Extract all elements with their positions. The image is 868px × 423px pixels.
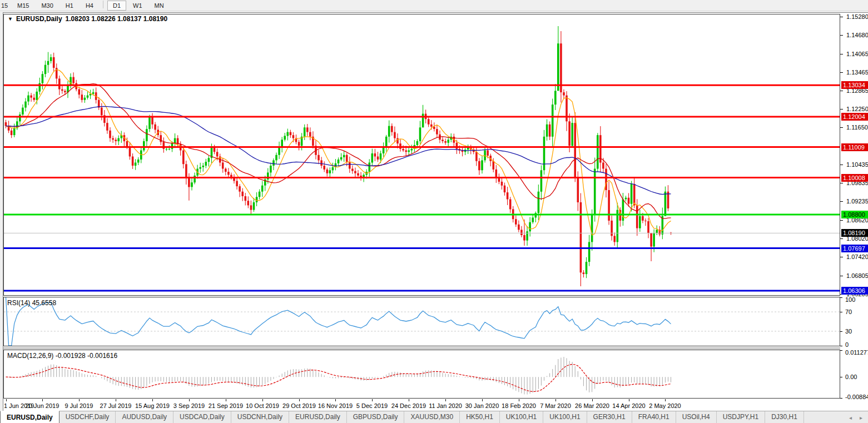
chart-tab-hk50-h1[interactable]: HK50,H1 [460, 411, 500, 423]
price-tick-mark [840, 72, 843, 73]
chart-tabs: EURUSD,DailyUSDCHF,DailyAUDUSD,DailyUSDC… [0, 411, 804, 423]
time-tick-mark [79, 399, 80, 401]
time-tick-mark [152, 399, 153, 401]
price-level-badge: 1.12004 [841, 113, 868, 121]
time-tick-label: 20 Jun 2019 [22, 402, 63, 409]
chart-tab-eurusd-daily[interactable]: EURUSD,Daily [0, 411, 59, 423]
rsi-tick-mark [840, 331, 842, 332]
macd-tick-mark [840, 398, 842, 399]
chart-tab-usoil-h4[interactable]: USOil,H4 [676, 411, 717, 423]
chart-tab-uk100-h1[interactable]: UK100,H1 [500, 411, 543, 423]
macd-panel[interactable]: MACD(12,26,9) -0.001928 -0.001616 [3, 350, 840, 399]
time-tick-label: 18 Feb 2020 [498, 402, 539, 409]
rsi-tick-mark [840, 312, 842, 312]
time-tick-mark [592, 399, 593, 401]
chart-tab-xauusd-m30[interactable]: XAUUSD,M30 [404, 411, 460, 423]
chart-title: ▼ EURUSD,Daily 1.08203 1.08226 1.08137 1… [8, 15, 167, 23]
chart-window: ▼ EURUSD,Daily 1.08203 1.08226 1.08137 1… [3, 12, 868, 411]
price-tick-mark [840, 91, 843, 91]
price-tick-mark [840, 35, 843, 36]
chart-tab-usdcnh-daily[interactable]: USDCNH,Daily [231, 411, 289, 423]
rsi-tick-mark [840, 346, 842, 346]
rsi-axis-label: 70 [845, 308, 852, 315]
price-tick-mark [840, 165, 843, 165]
time-tick-mark [226, 399, 226, 401]
price-chart-panel[interactable] [3, 14, 840, 296]
time-tick-label: 16 Nov 2019 [315, 402, 356, 409]
time-tick-mark [372, 399, 373, 401]
chart-tab-dj30-h1[interactable]: DJ30,H1 [765, 411, 804, 423]
price-level-badge: 1.10008 [841, 174, 868, 182]
timeframe-button-h4[interactable]: H4 [80, 1, 99, 11]
price-tick-mark [840, 201, 843, 202]
chart-tab-eurusd-daily[interactable]: EURUSD,Daily [289, 411, 347, 423]
timeframe-button-w1[interactable]: W1 [127, 1, 148, 11]
macd-label: MACD(12,26,9) -0.001928 -0.001616 [7, 352, 117, 360]
price-tick-label: 1.07420 [846, 253, 868, 260]
price-level-badge: 1.06306 [841, 287, 868, 295]
price-tick-label: 1.12250 [846, 106, 868, 112]
price-tick-mark [840, 54, 843, 54]
time-tick-label: 14 Apr 2020 [608, 402, 649, 409]
time-tick-mark [299, 399, 300, 401]
chart-tab-fra40-h1[interactable]: FRA40,H1 [632, 411, 676, 423]
tab-scroll-left-icon[interactable]: ◂ [849, 415, 852, 421]
timeframe-button-h1[interactable]: H1 [60, 1, 79, 11]
timeframe-toolbar: 15 M15M30H1H4D1W1MN [0, 0, 868, 11]
time-tick-label: 27 Jul 2019 [95, 402, 136, 409]
price-tick-mark [840, 220, 843, 221]
rsi-label: RSI(14) 45.6558 [7, 299, 56, 307]
tab-scroll-right-icon[interactable]: ▸ [860, 415, 862, 421]
macd-axis-label: 0.011277 [845, 349, 868, 356]
time-tick-label: 26 Mar 2020 [572, 402, 613, 409]
chart-tab-usdcad-daily[interactable]: USDCAD,Daily [173, 411, 231, 423]
time-tick-mark [42, 399, 43, 401]
price-tick-mark [840, 127, 843, 128]
chevron-down-icon[interactable]: ▼ [8, 16, 13, 22]
chart-tab-ger30-h1[interactable]: GER30,H1 [587, 411, 632, 423]
time-tick-label: 29 Oct 2019 [279, 402, 320, 409]
chart-tab-usdjpy-h1[interactable]: USDJPY,H1 [717, 411, 765, 423]
time-tick-mark [482, 399, 483, 401]
timeframe-button-mn[interactable]: MN [149, 1, 170, 11]
price-level-badge: 1.13034 [841, 81, 868, 89]
price-tick-mark [840, 17, 843, 17]
rsi-panel[interactable]: RSI(14) 45.6558 [3, 297, 840, 346]
chart-tab-uk100-h1[interactable]: UK100,H1 [543, 411, 587, 423]
price-axis: 1.152801.146801.140651.134651.128651.122… [840, 13, 868, 399]
macd-tick-mark [840, 377, 842, 377]
timeframe-button-d1[interactable]: D1 [107, 1, 126, 11]
price-tick-label: 1.11650 [846, 124, 868, 131]
time-tick-mark [262, 399, 263, 401]
time-tick-mark [6, 399, 7, 401]
time-tick-mark [519, 399, 519, 401]
price-tick-mark [840, 257, 843, 257]
chart-tab-gbpusd-daily[interactable]: GBPUSD,Daily [347, 411, 405, 423]
time-tick-mark [335, 399, 336, 401]
timeframe-button-m30[interactable]: M30 [36, 1, 58, 11]
chart-tab-audusd-daily[interactable]: AUDUSD,Daily [116, 411, 173, 423]
time-tick-label: 24 Dec 2019 [388, 402, 429, 409]
time-tick-mark [189, 399, 190, 401]
time-tick-mark [445, 399, 446, 401]
timeframe-buttons: M15M30H1H4D1W1MN [11, 1, 170, 11]
macd-tick-mark [840, 350, 842, 351]
time-tick-mark [409, 399, 409, 401]
time-tick-label: 9 Jul 2019 [58, 402, 100, 409]
price-tick-label: 1.13465 [846, 69, 868, 76]
rsi-tick-mark [840, 297, 842, 298]
time-tick-label: 5 Dec 2019 [351, 402, 393, 409]
price-tick-label: 1.14065 [846, 51, 868, 57]
price-tick-mark [840, 109, 843, 110]
rsi-axis-label: 100 [845, 296, 855, 303]
price-level-badge: 1.08800 [841, 211, 868, 218]
price-level-badge: 1.08190 [841, 229, 868, 237]
chart-tab-usdchf-daily[interactable]: USDCHF,Daily [59, 411, 116, 423]
time-tick-mark [629, 399, 629, 401]
timeframe-button-partial[interactable]: 15 [1, 1, 11, 11]
macd-axis-label: 0.00 [845, 374, 857, 380]
price-tick-label: 1.06805 [846, 272, 868, 279]
time-tick-mark [665, 399, 666, 401]
panel-splitter[interactable] [3, 347, 840, 349]
timeframe-button-m15[interactable]: M15 [12, 1, 34, 11]
